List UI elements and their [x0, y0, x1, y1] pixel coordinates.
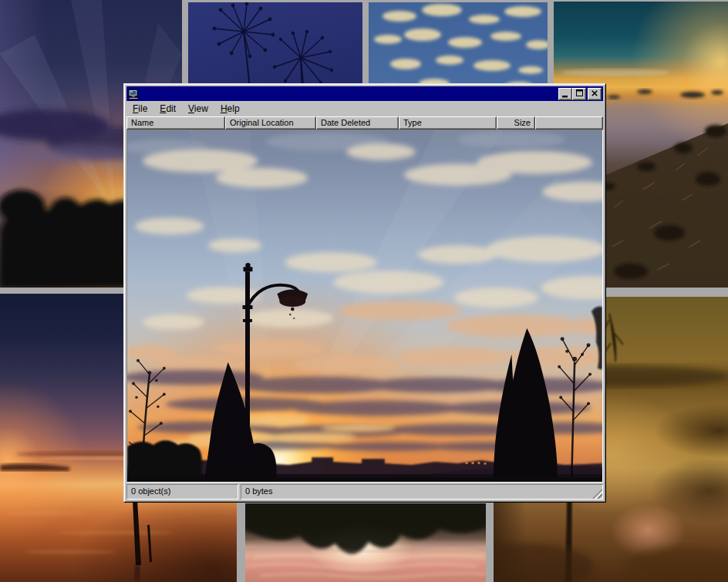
column-header-type[interactable]: Type — [399, 116, 497, 130]
menu-item-file[interactable]: File — [126, 102, 153, 116]
column-header-original-location[interactable]: Original Location — [225, 116, 316, 130]
column-header-size[interactable]: Size — [497, 116, 535, 130]
recycle-bin-window: File Edit View Help Name Original Locati… — [123, 83, 606, 503]
menu-item-help[interactable]: Help — [214, 102, 246, 116]
maximize-icon — [576, 89, 583, 96]
computer-icon — [128, 89, 139, 99]
wallpaper-tile-water-reflection — [245, 503, 486, 582]
water-reflection-art — [245, 503, 486, 582]
file-list-area[interactable] — [126, 130, 603, 483]
minimize-button[interactable] — [558, 88, 572, 100]
maximize-button[interactable] — [572, 88, 586, 100]
column-headers: Name Original Location Date Deleted Type… — [126, 116, 603, 130]
menu-bar: File Edit View Help — [126, 101, 603, 116]
close-icon — [592, 90, 598, 96]
menu-item-view[interactable]: View — [182, 102, 214, 116]
column-header-name[interactable]: Name — [126, 116, 225, 130]
status-bar: 0 object(s) 0 bytes — [126, 483, 603, 500]
status-bytes: 0 bytes — [241, 484, 603, 500]
titlebar[interactable] — [126, 86, 603, 101]
menu-item-edit[interactable]: Edit — [153, 102, 182, 116]
sunset-lamppost-photo — [127, 130, 602, 482]
minimize-icon — [562, 96, 568, 98]
status-objects: 0 object(s) — [126, 484, 238, 500]
column-header-spacer[interactable] — [535, 116, 603, 130]
close-button[interactable] — [588, 88, 602, 100]
column-header-date-deleted[interactable]: Date Deleted — [316, 116, 399, 130]
